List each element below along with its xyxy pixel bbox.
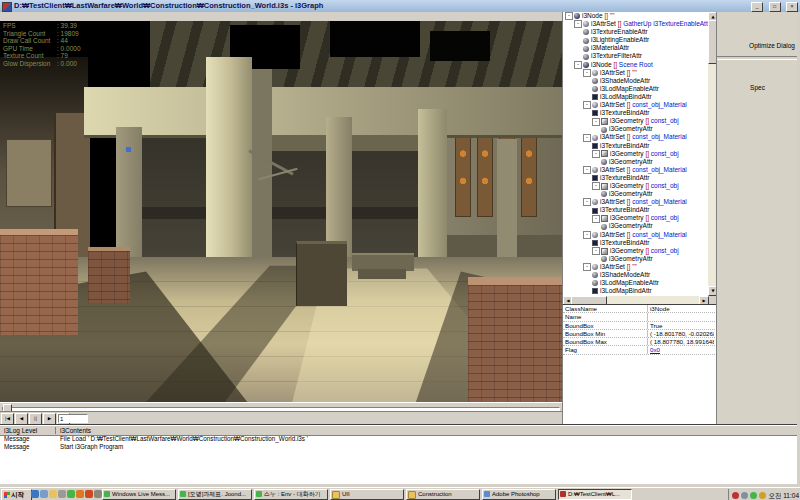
tree-row[interactable]: -i3Geometry [] const_obj — [563, 117, 709, 125]
property-row[interactable]: ClassNamei3Node — [563, 305, 717, 313]
tree-row[interactable]: -i3Geometry [] const_obj — [563, 247, 709, 255]
optimize-dialog-button[interactable]: Optimize Dialog — [749, 42, 795, 49]
volume-icon[interactable] — [94, 490, 102, 498]
property-row[interactable]: BoundBoxTrue — [563, 322, 717, 330]
tree-row[interactable]: i3TextureBindAttr — [563, 109, 709, 117]
property-row[interactable]: Flag0x0 — [563, 346, 717, 354]
tree-row[interactable]: -i3Node [] "" — [563, 12, 709, 20]
collapse-icon[interactable]: - — [583, 263, 591, 271]
start-button[interactable]: 시작 — [1, 489, 32, 500]
tree-row[interactable]: -i3AttrSet [] const_obj_Material — [563, 166, 709, 174]
tree-row[interactable]: i3TextureBindAttr — [563, 174, 709, 182]
tree-row[interactable]: i3MaterialAttr — [563, 44, 709, 52]
tree-row[interactable]: i3TextureBindAttr — [563, 239, 709, 247]
collapse-icon[interactable]: - — [565, 12, 573, 20]
task-button[interactable]: 스누 : Env - 대화하기 — [254, 489, 328, 500]
collapse-icon[interactable]: - — [592, 182, 600, 190]
property-row[interactable]: Name — [563, 313, 717, 321]
tree-row[interactable]: i3LodMapBindAttr — [563, 287, 709, 295]
close-button[interactable]: × — [786, 2, 798, 12]
log-contents-column-header[interactable]: i3Contents — [60, 426, 91, 435]
tree-row[interactable]: i3TextureBindAttr — [563, 206, 709, 214]
node-icon — [592, 280, 598, 286]
tree-row[interactable]: -i3AttrSet [] const_obj_Material — [563, 198, 709, 206]
collapse-icon[interactable]: - — [583, 134, 591, 142]
tree-row[interactable]: i3TextureEnableAttr — [563, 28, 709, 36]
collapse-icon[interactable]: - — [583, 166, 591, 174]
menu-bar: FileViewTextureNodeOptionOptHelp — [0, 12, 562, 21]
paint-icon[interactable] — [58, 490, 66, 498]
tree-row[interactable]: -i3AttrSet [] "" — [563, 69, 709, 77]
node-icon — [592, 167, 598, 173]
tree-row[interactable]: -i3Geometry [] const_obj — [563, 150, 709, 158]
tree-row[interactable]: -i3AttrSet [] GatherUp i3TextureEnableAt… — [563, 20, 709, 28]
tree-row[interactable]: i3TextureFilterAttr — [563, 52, 709, 60]
tree-row[interactable]: i3GeometryAttr — [563, 255, 709, 263]
tree-row[interactable]: i3GeometryAttr — [563, 158, 709, 166]
tree-node-label: "" — [632, 69, 637, 76]
frame-input[interactable] — [58, 414, 88, 423]
tree-row[interactable]: i3GeometryAttr — [563, 125, 709, 133]
antivirus-icon[interactable] — [732, 492, 739, 499]
column-divider[interactable] — [55, 427, 56, 434]
task-button[interactable]: UII — [330, 489, 404, 500]
tree-row[interactable]: i3ShadeModeAttr — [563, 77, 709, 85]
spec-button[interactable]: Spec — [717, 84, 798, 91]
tree-horizontal-scrollbar[interactable]: ◀ ▶ — [562, 296, 709, 304]
messenger-icon[interactable] — [67, 490, 75, 498]
firefox-icon[interactable] — [85, 490, 93, 498]
task-button[interactable]: Adobe Photoshop — [482, 489, 556, 500]
tree-row[interactable]: i3TextureBindAttr — [563, 142, 709, 150]
tree-row[interactable]: -i3Node [] Scene Root — [563, 61, 709, 69]
tree-row[interactable]: i3GeometryAttr — [563, 190, 709, 198]
collapse-icon[interactable]: - — [574, 20, 582, 28]
tree-vertical-scrollbar[interactable]: ▲ ▼ — [708, 12, 716, 296]
scene-tree[interactable]: -i3Node [] ""-i3AttrSet [] GatherUp i3Te… — [562, 12, 709, 296]
property-row[interactable]: BoundBox Min( -18.801780, -0.020268 — [563, 330, 717, 338]
stat-fps: FPS: 39.39 — [3, 22, 81, 30]
minimize-button[interactable]: _ — [751, 2, 763, 12]
task-button[interactable]: Windows Live Mess... — [102, 489, 176, 500]
media-player-icon[interactable] — [76, 490, 84, 498]
collapse-icon[interactable]: - — [592, 118, 600, 126]
tree-row[interactable]: i3LodMapBindAttr — [563, 93, 709, 101]
task-button[interactable]: Construction — [406, 489, 480, 500]
volume-tray-icon[interactable] — [759, 492, 766, 499]
tree-row[interactable]: i3LightingEnableAttr — [563, 36, 709, 44]
tree-row[interactable]: -i3AttrSet [] const_obj_Material — [563, 133, 709, 141]
messenger-tray-icon[interactable] — [750, 492, 757, 499]
log-row[interactable]: MessageFile Load ' D:₩TestClient₩LastWar… — [0, 435, 797, 443]
collapse-icon[interactable]: - — [592, 215, 600, 223]
outlook-icon[interactable] — [40, 490, 48, 498]
ie-icon[interactable] — [31, 490, 39, 498]
tree-row[interactable]: -i3Geometry [] const_obj — [563, 214, 709, 222]
task-button[interactable]: D:₩TestClient₩L... — [558, 489, 632, 500]
tree-row[interactable]: i3GeometryAttr — [563, 222, 709, 230]
collapse-icon[interactable]: - — [592, 150, 600, 158]
tree-row[interactable]: -i3AttrSet [] const_obj_Material — [563, 101, 709, 109]
collapse-icon[interactable]: - — [592, 247, 600, 255]
tree-row[interactable]: -i3Geometry [] const_obj — [563, 182, 709, 190]
collapse-icon[interactable]: - — [583, 231, 591, 239]
tree-row[interactable]: i3LodMapEnableAttr — [563, 279, 709, 287]
tree-row[interactable]: i3LodMapEnableAttr — [563, 85, 709, 93]
tree-row[interactable]: i3ShadeModeAttr — [563, 271, 709, 279]
quick-launch — [31, 490, 103, 499]
collapse-icon[interactable]: - — [583, 198, 591, 206]
update-icon[interactable] — [741, 492, 748, 499]
maximize-button[interactable]: □ — [769, 2, 781, 12]
property-grid[interactable]: ClassNamei3NodeNameBoundBoxTrueBoundBox … — [562, 304, 717, 425]
folder-icon[interactable] — [49, 490, 57, 498]
tree-node-label: i3TextureBindAttr — [600, 239, 650, 246]
task-button[interactable]: [오병]과제표. Joond... — [178, 489, 252, 500]
log-level-column-header[interactable]: i3Log Level — [4, 426, 37, 435]
property-row[interactable]: BoundBox Max( 18.807780, 18.991648 — [563, 338, 717, 346]
ceiling-hole — [330, 21, 420, 57]
collapse-icon[interactable]: - — [583, 101, 591, 109]
log-row[interactable]: MessageStart i3Graph Program — [0, 443, 797, 451]
collapse-icon[interactable]: - — [574, 61, 582, 69]
collapse-icon[interactable]: - — [583, 69, 591, 77]
viewport-3d[interactable]: FPS: 39.39Triangle Count: 19809Draw Call… — [0, 21, 562, 402]
tree-row[interactable]: -i3AttrSet [] "" — [563, 263, 709, 271]
tree-row[interactable]: -i3AttrSet [] const_obj_Material — [563, 231, 709, 239]
